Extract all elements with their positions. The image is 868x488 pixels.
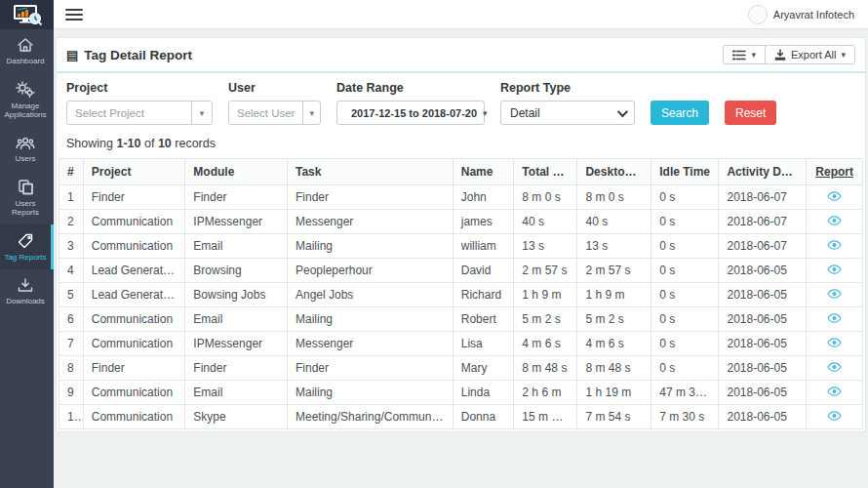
view-report-button[interactable]	[827, 362, 842, 372]
cell-project: Communication	[83, 405, 185, 429]
sidebar-item-label: Downloads	[6, 297, 45, 305]
cell-report	[807, 234, 863, 259]
col-activity-date[interactable]: Activity Date↓19	[719, 159, 807, 185]
project-select[interactable]: Select Project ▾	[66, 101, 213, 125]
cell-index: 3	[59, 234, 84, 259]
cell-module: Finder	[185, 356, 288, 381]
cell-total_time: 5 m 2 s	[514, 307, 577, 332]
sidebar-item-users[interactable]: Users	[0, 128, 54, 171]
view-report-button[interactable]	[827, 313, 842, 323]
cell-task: Meeting/Sharing/Communicate	[288, 405, 454, 429]
cell-report	[807, 405, 863, 429]
cell-activity_date: 2018-06-05	[719, 307, 807, 332]
cell-activity_date: 2018-06-05	[719, 405, 807, 429]
cell-name: Robert	[453, 307, 514, 332]
cell-task: Finder	[288, 356, 454, 381]
cell-activity_date: 2018-06-07	[719, 185, 807, 210]
view-report-button[interactable]	[827, 264, 842, 274]
sidebar-item-tag-reports[interactable]: Tag Reports	[0, 224, 54, 269]
view-report-button[interactable]	[827, 338, 842, 347]
view-report-button[interactable]	[827, 191, 842, 201]
sidebar-item-downloads[interactable]: Downloads	[0, 269, 54, 313]
view-report-button[interactable]	[827, 289, 842, 299]
cell-idle_time: 0 s	[651, 356, 719, 381]
cell-task: Mailing	[288, 307, 454, 332]
col-name: Name	[453, 159, 514, 185]
menu-toggle-icon[interactable]	[65, 9, 83, 20]
cell-module: IPMessenger	[185, 210, 288, 234]
cell-idle_time: 0 s	[651, 234, 719, 259]
app-logo[interactable]	[0, 0, 54, 29]
cell-total_time: 8 m 0 s	[514, 185, 577, 210]
download-icon	[17, 277, 34, 293]
date-range-picker[interactable]: 2017-12-15 to 2018-07-20 ▾	[336, 101, 485, 125]
cell-module: Browsing	[185, 259, 288, 283]
cell-name: Mary	[453, 356, 514, 381]
view-report-eye-icon	[827, 386, 842, 396]
cell-desktop_time: 2 m 57 s	[577, 259, 651, 283]
report-panel: ▤ Tag Detail Report ▾ Export All ▾	[56, 37, 866, 432]
cell-name: Linda	[453, 381, 514, 405]
view-report-button[interactable]	[827, 216, 842, 225]
report-table-body: 1FinderFinderFinderJohn8 m 0 s8 m 0 s0 s…	[59, 185, 863, 429]
user-select[interactable]: Select User ▾	[228, 101, 321, 125]
cell-index: 9	[59, 381, 84, 405]
user-menu[interactable]: Aryavrat Infotech	[748, 5, 868, 24]
reset-button[interactable]: Reset	[725, 101, 776, 125]
cell-total_time: 13 s	[514, 234, 577, 259]
cell-idle_time: 7 m 30 s	[651, 405, 719, 429]
col-report[interactable]: Report	[807, 159, 863, 185]
export-all-button[interactable]: Export All ▾	[765, 45, 855, 64]
main-content: ▤ Tag Detail Report ▾ Export All ▾	[54, 29, 868, 488]
chevron-down-icon	[617, 105, 628, 116]
sidebar-item-manage-applications[interactable]: Manage Applications	[0, 73, 54, 127]
view-report-eye-icon	[827, 338, 842, 347]
sidebar-item-users-reports[interactable]: Users Reports	[0, 171, 54, 224]
cell-task: Finder	[288, 185, 454, 210]
table-row: 7CommunicationIPMessengerMessengerLisa4 …	[59, 332, 863, 356]
cell-index: 2	[59, 210, 84, 234]
sidebar-item-dashboard[interactable]: Dashboard	[0, 29, 54, 73]
table-row: 1FinderFinderFinderJohn8 m 0 s8 m 0 s0 s…	[59, 185, 863, 210]
view-report-eye-icon	[827, 216, 842, 225]
report-icon: ▤	[66, 48, 78, 62]
sort-icon[interactable]: ↓19	[802, 166, 807, 178]
search-button[interactable]: Search	[651, 101, 709, 125]
col-total-time: Total Time	[514, 159, 577, 185]
records-summary: Showing 1-10 of 10 records	[57, 135, 865, 158]
cell-idle_time: 0 s	[651, 307, 719, 332]
cell-report	[807, 210, 863, 234]
tag-icon	[16, 232, 35, 249]
table-row: 3CommunicationEmailMailingwilliam13 s13 …	[59, 234, 863, 259]
export-all-label: Export All	[791, 49, 836, 61]
caret-down-icon: ▾	[841, 50, 846, 60]
cell-total_time: 2 h 6 m	[514, 381, 577, 405]
cell-idle_time: 0 s	[651, 259, 719, 283]
view-report-button[interactable]	[827, 386, 842, 396]
table-header-row: # Project Module Task Name Total Time De…	[59, 159, 863, 185]
caret-down-icon: ▾	[483, 108, 488, 118]
col-task: Task	[288, 159, 454, 185]
cell-name: Lisa	[453, 332, 514, 356]
cell-module: Email	[185, 381, 288, 405]
col-desktop-time: Desktop Time	[577, 159, 651, 185]
cell-index: 6	[59, 307, 84, 332]
sidebar: Dashboard Manage Applications Users User…	[0, 29, 54, 488]
view-report-button[interactable]	[827, 411, 842, 421]
cell-module: Finder	[185, 185, 288, 210]
cell-report	[807, 259, 863, 283]
date-range-value: 2017-12-15 to 2018-07-20	[351, 107, 477, 119]
cell-idle_time: 0 s	[651, 210, 719, 234]
gears-icon	[16, 81, 35, 98]
users-icon	[16, 136, 35, 150]
top-header: Aryavrat Infotech	[0, 0, 868, 29]
caret-down-icon: ▾	[751, 50, 756, 60]
list-view-button[interactable]: ▾	[723, 45, 765, 64]
cell-name: Donna	[453, 405, 514, 429]
user-select-placeholder: Select User	[229, 107, 302, 119]
view-report-button[interactable]	[827, 240, 842, 250]
cell-total_time: 1 h 9 m	[514, 283, 577, 307]
list-icon	[732, 50, 746, 61]
report-type-select[interactable]: Detail	[500, 101, 635, 125]
col-index: #	[59, 159, 84, 185]
